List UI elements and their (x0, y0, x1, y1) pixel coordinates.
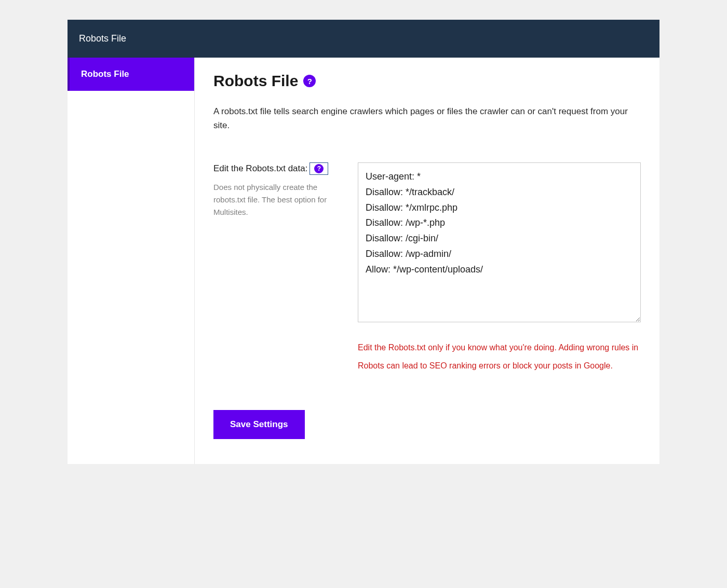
content-area: Robots File ? A robots.txt file tells se… (195, 58, 659, 464)
help-icon[interactable]: ? (303, 75, 316, 87)
help-icon: ? (314, 164, 324, 173)
setting-hint: Does not physically create the robots.tx… (213, 181, 343, 218)
setting-help-button[interactable]: ? (309, 162, 328, 175)
setting-left: Edit the Robots.txt data: ? Does not phy… (213, 162, 343, 218)
sidebar-item-robots-file[interactable]: Robots File (68, 58, 194, 91)
sidebar: Robots File (68, 58, 195, 464)
setting-label-row: Edit the Robots.txt data: ? (213, 162, 343, 175)
warning-text: Edit the Robots.txt only if you know wha… (358, 339, 641, 375)
settings-panel: Robots File Robots File Robots File ? A … (68, 20, 659, 464)
robots-textarea[interactable] (358, 162, 641, 322)
sidebar-item-label: Robots File (81, 69, 129, 79)
header-bar: Robots File (68, 20, 659, 58)
header-title: Robots File (79, 33, 126, 44)
save-settings-button[interactable]: Save Settings (213, 410, 305, 439)
page-title-row: Robots File ? (213, 72, 641, 90)
setting-label: Edit the Robots.txt data: (213, 163, 307, 174)
page-description: A robots.txt file tells search engine cr… (213, 104, 639, 132)
panel-body: Robots File Robots File ? A robots.txt f… (68, 58, 659, 464)
setting-row: Edit the Robots.txt data: ? Does not phy… (213, 162, 641, 375)
setting-right: Edit the Robots.txt only if you know wha… (358, 162, 641, 375)
page-title: Robots File (213, 72, 298, 90)
